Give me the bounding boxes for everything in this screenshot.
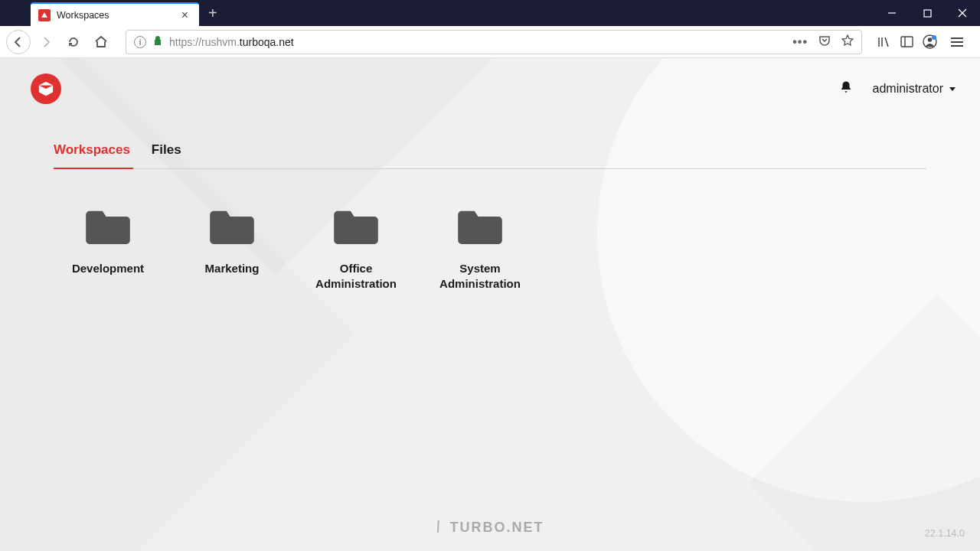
brand-icon: \ [433, 517, 446, 537]
menu-button[interactable] [945, 37, 969, 47]
forward-button[interactable] [34, 30, 58, 54]
folder-icon [86, 207, 130, 247]
browser-tab[interactable]: Workspaces × [31, 2, 199, 26]
close-tab-icon[interactable]: × [178, 8, 191, 22]
folder-icon [458, 207, 502, 247]
reload-button[interactable] [61, 30, 86, 54]
svg-point-10 [927, 37, 932, 42]
workspace-system-administration[interactable]: System Administration [426, 207, 534, 292]
window-controls [874, 0, 980, 26]
workspace-marketing[interactable]: Marketing [178, 207, 286, 292]
svg-point-11 [932, 35, 936, 40]
svg-rect-7 [901, 37, 913, 47]
address-bar[interactable]: i https://rushvm.turboqa.net ••• [126, 30, 862, 54]
page-content: administrator Workspaces Files Developme… [0, 58, 980, 551]
sidebar-icon[interactable] [899, 34, 914, 50]
footer: \ TURBO.NET [0, 517, 980, 537]
username: administrator [873, 82, 943, 96]
favicon [38, 9, 51, 21]
page-actions-icon[interactable]: ••• [792, 35, 808, 49]
site-info-icon[interactable]: i [134, 36, 146, 48]
workspace-label: System Administration [426, 261, 534, 292]
svg-rect-1 [924, 10, 931, 17]
tab-title: Workspaces [57, 10, 178, 21]
close-window-button[interactable] [945, 0, 980, 26]
minimize-button[interactable] [874, 0, 910, 26]
tab-strip: Workspaces × + [0, 0, 227, 26]
chevron-down-icon [949, 87, 956, 91]
svg-line-6 [885, 37, 888, 47]
notifications-icon[interactable] [839, 80, 853, 98]
bookmark-star-icon[interactable] [841, 34, 854, 50]
account-icon[interactable] [922, 34, 937, 50]
workspace-label: Marketing [205, 261, 260, 276]
app-logo[interactable] [31, 73, 61, 104]
pocket-icon[interactable] [818, 34, 831, 50]
user-menu[interactable]: administrator [873, 82, 956, 96]
lock-icon [152, 35, 163, 49]
back-button[interactable] [6, 30, 31, 54]
library-icon[interactable] [876, 34, 891, 50]
app-header: administrator [0, 58, 980, 119]
tab-files[interactable]: Files [152, 135, 181, 168]
browser-titlebar: Workspaces × + [0, 0, 980, 26]
url-text: https://rushvm.turboqa.net [169, 36, 786, 48]
maximize-button[interactable] [910, 0, 945, 26]
new-tab-button[interactable]: + [199, 0, 227, 26]
workspace-label: Development [72, 261, 144, 276]
folder-icon [210, 207, 254, 247]
workspace-grid: Development Marketing Office Administrat… [54, 169, 926, 292]
workspace-development[interactable]: Development [54, 207, 162, 292]
browser-toolbar: i https://rushvm.turboqa.net ••• [0, 26, 980, 58]
tab-workspaces[interactable]: Workspaces [54, 135, 130, 168]
content-tabs: Workspaces Files [54, 135, 926, 169]
folder-icon [334, 207, 378, 247]
workspace-label: Office Administration [302, 261, 410, 292]
workspace-office-administration[interactable]: Office Administration [302, 207, 410, 292]
footer-brand: \ TURBO.NET [436, 517, 544, 537]
home-button[interactable] [89, 30, 113, 54]
